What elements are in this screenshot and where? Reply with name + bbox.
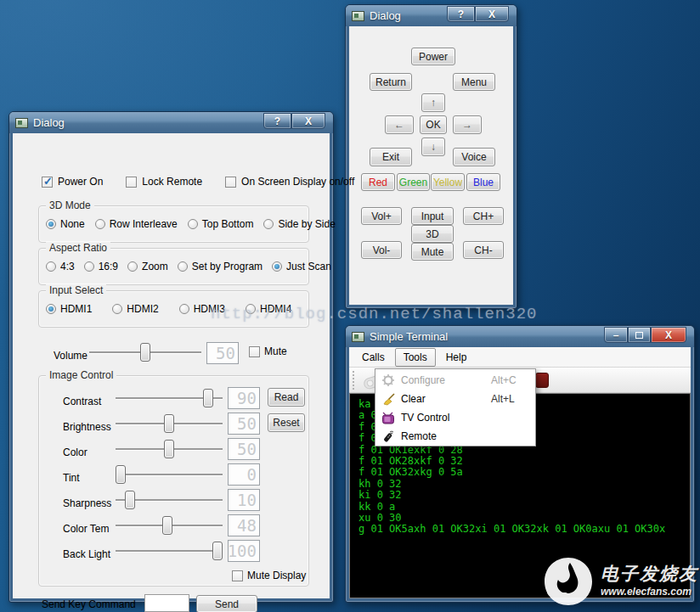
radio-icon: [46, 219, 56, 229]
radio-aspect-43[interactable]: 4:3: [46, 261, 75, 272]
terminal-line: g 01 OK5axh 01 OK32xi 01 OK32xk 01 OK0ax…: [358, 524, 690, 535]
help-button[interactable]: ?: [447, 6, 475, 22]
sharpness-slider[interactable]: [116, 491, 223, 509]
3d-button[interactable]: 3D: [411, 225, 454, 243]
menu-tools[interactable]: Tools: [395, 348, 436, 367]
radio-aspect-169[interactable]: 16:9: [84, 261, 118, 272]
color-tem-display: 48: [228, 514, 260, 536]
terminal-line: f 01 OK28xkf 0 32: [358, 456, 690, 467]
mute-checkbox[interactable]: [249, 346, 260, 357]
osd-label: On Screen Display on/off: [241, 176, 354, 188]
settings-dialog-titlebar[interactable]: Dialog ? X: [9, 112, 333, 133]
send-key-command-label: Send Key Command: [42, 598, 136, 610]
tv-icon: [375, 412, 401, 424]
radio-hdmi3[interactable]: HDMI3: [179, 303, 225, 315]
mute-label: Mute: [264, 345, 287, 357]
arrow-down-button[interactable]: ↓: [421, 138, 445, 156]
radio-3d-top-bottom[interactable]: Top Bottom: [188, 218, 254, 230]
sharpness-label: Sharpness: [63, 497, 111, 509]
brightness-display: 50: [228, 413, 260, 435]
read-button[interactable]: Read: [268, 388, 305, 407]
color-slider-handle[interactable]: [164, 440, 174, 458]
help-button[interactable]: ?: [263, 113, 291, 129]
radio-hdmi2[interactable]: HDMI2: [112, 303, 158, 315]
close-button[interactable]: X: [651, 327, 686, 343]
channel-up-button[interactable]: CH+: [463, 207, 504, 225]
return-button[interactable]: Return: [370, 73, 412, 91]
power-on-checkbox[interactable]: [42, 177, 53, 188]
maximize-button[interactable]: [628, 327, 651, 343]
gear-icon: [375, 374, 401, 386]
tint-slider[interactable]: [116, 465, 223, 484]
arrow-right-button[interactable]: →: [453, 115, 482, 134]
voice-button[interactable]: Voice: [453, 148, 495, 166]
mute-display-checkbox[interactable]: [232, 570, 243, 581]
radio-icon: [46, 261, 56, 272]
color-slider[interactable]: [116, 440, 223, 458]
window-title: Dialog: [33, 116, 65, 129]
menu-item-remote[interactable]: Remote: [375, 427, 535, 446]
lock-remote-checkbox[interactable]: [126, 177, 137, 188]
menu-help[interactable]: Help: [438, 348, 476, 367]
terminal-titlebar[interactable]: Simple Terminal – X: [346, 326, 694, 347]
menu-item-configure[interactable]: Configure Alt+C: [375, 371, 535, 390]
volume-down-button[interactable]: Vol-: [361, 241, 402, 259]
radio-3d-side-by-side[interactable]: Side by Side: [263, 218, 335, 230]
tint-slider-handle[interactable]: [116, 465, 126, 484]
radio-icon: [127, 261, 138, 272]
aspect-ratio-group: Aspect Ratio 4:3 16:9 Zoom Set by Progra…: [38, 248, 309, 285]
color-tem-slider[interactable]: [116, 516, 223, 535]
terminal-line: xu 0 30: [358, 513, 690, 524]
back-light-slider[interactable]: [116, 542, 223, 560]
radio-aspect-zoom[interactable]: Zoom: [127, 261, 168, 272]
back-light-slider-handle[interactable]: [212, 542, 223, 560]
color-tem-slider-handle[interactable]: [162, 516, 172, 535]
arrow-left-button[interactable]: ←: [385, 115, 414, 134]
toolbar-grip[interactable]: [353, 371, 355, 390]
settings-dialog-body: Power On Lock Remote On Screen Display o…: [13, 133, 330, 598]
volume-up-button[interactable]: Vol+: [361, 207, 402, 225]
tint-label: Tint: [63, 472, 80, 484]
menu-button[interactable]: Menu: [453, 73, 495, 91]
close-button[interactable]: X: [475, 6, 509, 22]
sharpness-slider-handle[interactable]: [125, 491, 135, 509]
menu-item-tv-control[interactable]: TV Control: [375, 408, 535, 427]
blue-button[interactable]: Blue: [466, 173, 500, 191]
brightness-slider[interactable]: [116, 414, 223, 433]
exit-button[interactable]: Exit: [370, 148, 412, 166]
back-light-display: 100: [228, 540, 260, 562]
send-key-command-input[interactable]: [144, 594, 189, 612]
radio-hdmi1[interactable]: HDMI1: [46, 303, 92, 315]
radio-hdmi4[interactable]: HDMI4: [246, 303, 291, 315]
disconnect-icon[interactable]: [535, 373, 549, 388]
input-button[interactable]: Input: [411, 207, 454, 225]
send-button[interactable]: Send: [196, 595, 257, 612]
osd-checkbox[interactable]: [225, 177, 236, 188]
minimize-button[interactable]: –: [604, 327, 628, 343]
power-button[interactable]: Power: [411, 48, 455, 65]
color-label: Color: [63, 446, 88, 458]
radio-3d-none[interactable]: None: [46, 218, 85, 230]
contrast-slider[interactable]: [116, 389, 223, 407]
radio-3d-row-interleave[interactable]: Row Interleave: [95, 218, 178, 230]
reset-button[interactable]: Reset: [268, 413, 305, 432]
menu-item-clear[interactable]: Clear Alt+L: [375, 390, 535, 408]
contrast-slider-handle[interactable]: [203, 389, 213, 407]
remote-dialog-titlebar[interactable]: Dialog ? X: [346, 5, 517, 26]
remote-dialog-window: Dialog ? X Power Return Menu ↑ ← OK → ↓ …: [345, 4, 517, 309]
volume-slider-handle[interactable]: [140, 343, 150, 362]
volume-slider[interactable]: [89, 343, 201, 362]
red-button[interactable]: Red: [361, 173, 395, 191]
ok-button[interactable]: OK: [420, 115, 447, 134]
channel-down-button[interactable]: CH-: [463, 241, 504, 259]
radio-aspect-set-by-program[interactable]: Set by Program: [178, 261, 262, 272]
green-button[interactable]: Green: [397, 173, 430, 191]
close-button[interactable]: X: [291, 113, 325, 129]
yellow-button[interactable]: Yellow: [431, 173, 465, 191]
mute-button[interactable]: Mute: [411, 243, 454, 261]
menu-calls[interactable]: Calls: [353, 348, 393, 367]
arrow-up-button[interactable]: ↑: [421, 93, 445, 112]
tint-display: 0: [228, 463, 260, 486]
radio-aspect-just-scan[interactable]: Just Scan: [272, 261, 331, 272]
brightness-slider-handle[interactable]: [164, 414, 174, 433]
